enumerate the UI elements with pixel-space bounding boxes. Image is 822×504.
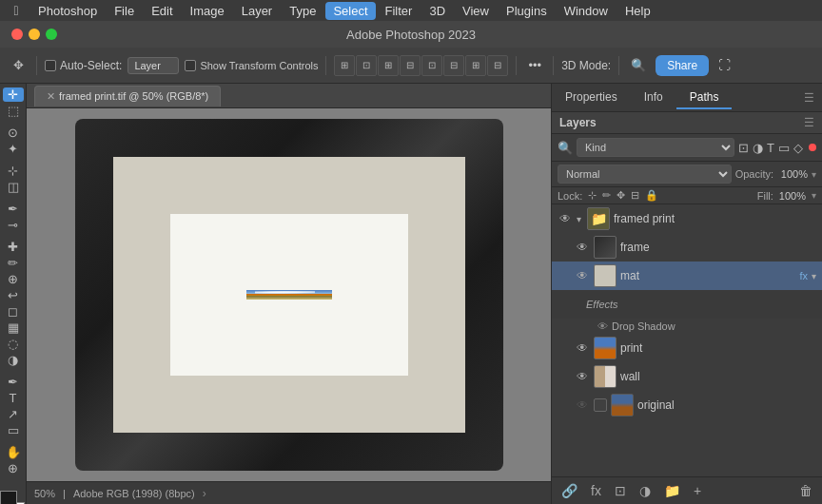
- lock-position-icon[interactable]: ⊹: [588, 189, 597, 202]
- lock-brush-icon[interactable]: ✏: [602, 189, 611, 202]
- align-right-button[interactable]: ⊞: [378, 55, 399, 76]
- layer-row-wall[interactable]: 👁 wall: [552, 362, 822, 391]
- lock-artboard-icon[interactable]: ⊟: [631, 189, 639, 202]
- layer-row-mat[interactable]: 👁 mat fx ▾: [552, 262, 822, 290]
- layer-visibility-frame[interactable]: 👁: [575, 240, 590, 255]
- expand-button[interactable]: ⛶: [714, 56, 734, 74]
- menu-type[interactable]: Type: [282, 2, 323, 20]
- more-options-button[interactable]: •••: [524, 56, 545, 74]
- menu-edit[interactable]: Edit: [144, 2, 180, 20]
- layer-visibility-wall[interactable]: 👁: [575, 369, 590, 384]
- stamp-tool[interactable]: ⊕: [3, 272, 24, 286]
- menu-layer[interactable]: Layer: [234, 2, 281, 20]
- type-filter-icon[interactable]: T: [767, 141, 774, 155]
- layer-visibility-mat[interactable]: 👁: [575, 268, 590, 283]
- lock-move-icon[interactable]: ✥: [616, 189, 625, 202]
- pen-tool[interactable]: ✒: [3, 375, 24, 389]
- zoom-tool[interactable]: ⊕: [3, 461, 24, 475]
- layer-row-print[interactable]: 👁 print: [552, 334, 822, 362]
- crop-tool[interactable]: ⊹: [3, 164, 24, 178]
- smart-filter-icon[interactable]: ◇: [793, 141, 803, 155]
- menu-plugins[interactable]: Plugins: [499, 2, 555, 20]
- layer-mode-select[interactable]: Layer: [127, 57, 179, 74]
- effect-visibility-drop-shadow[interactable]: 👁: [597, 320, 608, 332]
- opacity-value[interactable]: 100%: [777, 168, 808, 180]
- marquee-tool[interactable]: ⬚: [3, 104, 24, 118]
- panel-menu-button[interactable]: ☰: [796, 87, 822, 108]
- document-tab[interactable]: ✕ framed print.tif @ 50% (RGB/8*): [34, 86, 221, 107]
- menu-window[interactable]: Window: [557, 2, 616, 20]
- search-button[interactable]: 🔍: [627, 56, 650, 74]
- layer-expand-arrow[interactable]: ▾: [577, 214, 581, 224]
- distribute-h-button[interactable]: ⊞: [465, 55, 486, 76]
- menu-help[interactable]: Help: [617, 2, 658, 20]
- align-center-h-button[interactable]: ⊡: [356, 55, 377, 76]
- tab-info[interactable]: Info: [631, 87, 676, 109]
- text-tool[interactable]: T: [3, 391, 24, 405]
- distribute-v-button[interactable]: ⊟: [487, 55, 508, 76]
- share-button[interactable]: Share: [656, 55, 709, 76]
- magic-wand-tool[interactable]: ✦: [3, 142, 24, 156]
- lasso-tool[interactable]: ⊙: [3, 126, 24, 140]
- opacity-chevron[interactable]: ▾: [812, 169, 816, 180]
- align-center-v-button[interactable]: ⊡: [421, 55, 442, 76]
- new-fill-button[interactable]: ◑: [636, 481, 655, 500]
- eraser-tool[interactable]: ◻: [3, 304, 24, 319]
- gradient-tool[interactable]: ▦: [3, 320, 24, 335]
- eyedropper-tool[interactable]: ✒: [3, 202, 24, 216]
- adjustment-filter-icon[interactable]: ◑: [753, 141, 763, 155]
- layer-visibility-print[interactable]: 👁: [575, 340, 590, 356]
- layer-lock-original[interactable]: [594, 398, 607, 412]
- align-left-button[interactable]: ⊞: [334, 55, 355, 76]
- path-select-tool[interactable]: ↗: [3, 407, 24, 421]
- minimize-button[interactable]: [29, 29, 40, 40]
- hand-tool[interactable]: ✋: [3, 445, 24, 459]
- add-style-button[interactable]: fx: [587, 481, 605, 500]
- menu-file[interactable]: File: [107, 2, 142, 20]
- fill-value[interactable]: 100%: [779, 190, 806, 202]
- menu-photoshop[interactable]: Photoshop: [30, 2, 105, 20]
- menu-filter[interactable]: Filter: [378, 2, 421, 20]
- maximize-button[interactable]: [46, 29, 57, 40]
- shape-tool[interactable]: ▭: [3, 423, 24, 437]
- auto-select-checkbox[interactable]: [45, 60, 56, 71]
- menu-select[interactable]: Select: [325, 2, 375, 20]
- filter-kind-select[interactable]: Kind: [577, 138, 734, 157]
- heal-tool[interactable]: ✚: [3, 240, 24, 254]
- ruler-tool[interactable]: ⊸: [3, 218, 24, 232]
- delete-layer-button[interactable]: 🗑: [795, 481, 816, 500]
- layer-row-frame[interactable]: 👁 frame: [552, 233, 822, 262]
- transform-checkbox[interactable]: [185, 60, 196, 71]
- shape-filter-icon[interactable]: ▭: [778, 141, 790, 155]
- pixel-filter-icon[interactable]: ⊡: [738, 141, 749, 155]
- layer-fx-indicator[interactable]: fx: [799, 270, 808, 281]
- effect-row-drop-shadow[interactable]: 👁 Drop Shadow: [552, 319, 822, 334]
- lock-all-icon[interactable]: 🔒: [645, 189, 658, 202]
- menu-view[interactable]: View: [455, 2, 497, 20]
- dodge-tool[interactable]: ◑: [3, 353, 24, 367]
- apple-menu[interactable]: : [8, 2, 25, 19]
- tab-close-icon[interactable]: ✕: [47, 90, 55, 103]
- history-tool[interactable]: ↩: [3, 288, 24, 302]
- foreground-color[interactable]: [0, 491, 17, 504]
- status-arrow[interactable]: ›: [203, 487, 206, 500]
- move-tool[interactable]: ✛: [3, 87, 24, 102]
- brush-tool[interactable]: ✏: [3, 256, 24, 270]
- add-mask-button[interactable]: ⊡: [611, 481, 630, 500]
- tab-properties[interactable]: Properties: [552, 87, 631, 109]
- layer-row-framed-print[interactable]: 👁 ▾ 📁 framed print: [552, 204, 822, 233]
- slice-tool[interactable]: ◫: [3, 180, 24, 194]
- blend-mode-select[interactable]: Normal: [558, 165, 732, 184]
- fill-chevron[interactable]: ▾: [812, 190, 816, 201]
- new-layer-button[interactable]: +: [690, 481, 705, 500]
- new-group-button[interactable]: 📁: [660, 481, 684, 500]
- layer-visibility-framed-print[interactable]: 👁: [558, 211, 573, 226]
- align-bottom-button[interactable]: ⊟: [443, 55, 464, 76]
- fx-collapse-arrow[interactable]: ▾: [812, 271, 816, 281]
- tab-paths[interactable]: Paths: [676, 87, 733, 109]
- close-button[interactable]: [11, 29, 23, 40]
- link-layers-button[interactable]: 🔗: [558, 481, 581, 500]
- layer-row-original[interactable]: 👁 original: [552, 391, 822, 419]
- layers-menu-icon[interactable]: ☰: [804, 116, 814, 129]
- align-top-button[interactable]: ⊟: [400, 55, 421, 76]
